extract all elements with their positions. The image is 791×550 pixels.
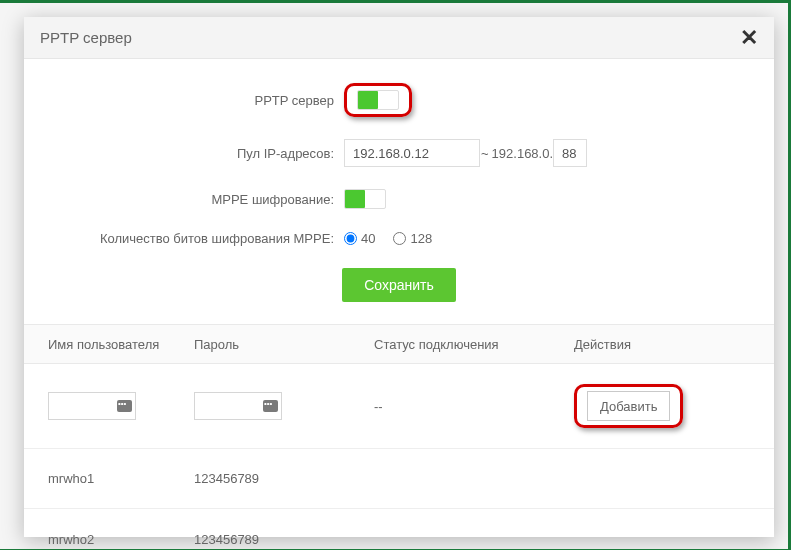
close-icon[interactable]: ✕	[740, 27, 758, 49]
row-pptp-server: PPTP сервер	[24, 83, 774, 117]
row-mppe: MPPE шифрование:	[24, 189, 774, 209]
cell-username: mrwho2	[24, 532, 194, 547]
new-password-input[interactable]	[194, 392, 282, 420]
ip-pool-static: 192.168.0.	[492, 146, 553, 161]
radio-40-label: 40	[361, 231, 375, 246]
cell-password: 123456789	[194, 471, 374, 486]
th-username: Имя пользователя	[24, 337, 194, 352]
radio-40-input[interactable]	[344, 232, 357, 245]
dialog-panel: PPTP сервер ✕ PPTP сервер Пул IP-адресов…	[24, 17, 774, 537]
mppe-bits-label: Количество битов шифрования MPPE:	[24, 231, 344, 246]
ip-pool-end-input[interactable]	[553, 139, 587, 167]
mppe-label: MPPE шифрование:	[24, 192, 344, 207]
cell-password: 123456789	[194, 532, 374, 547]
row-ip-pool: Пул IP-адресов: ~ 192.168.0.	[24, 139, 774, 167]
radio-128-label: 128	[410, 231, 432, 246]
ip-pool-tilde: ~	[481, 146, 489, 161]
save-button[interactable]: Сохранить	[342, 268, 456, 302]
pptp-toggle[interactable]	[357, 90, 399, 110]
cell-username: mrwho1	[24, 471, 194, 486]
radio-128[interactable]: 128	[393, 231, 432, 246]
highlight-add-button: Добавить	[574, 384, 683, 428]
th-password: Пароль	[194, 337, 374, 352]
keyboard-icon	[263, 400, 278, 412]
ip-pool-start-input[interactable]	[344, 139, 480, 167]
mppe-toggle[interactable]	[344, 189, 386, 209]
dialog-title: PPTP сервер	[40, 29, 132, 46]
dialog-header: PPTP сервер ✕	[24, 17, 774, 59]
keyboard-icon	[117, 400, 132, 412]
highlight-pptp-toggle	[344, 83, 412, 117]
row-mppe-bits: Количество битов шифрования MPPE: 40 128	[24, 231, 774, 246]
new-username-input[interactable]	[48, 392, 136, 420]
th-action: Действия	[574, 337, 754, 352]
pptp-label: PPTP сервер	[24, 93, 344, 108]
th-status: Статус подключения	[374, 337, 574, 352]
form-area: PPTP сервер Пул IP-адресов: ~ 192.168.0.…	[24, 59, 774, 302]
table-row: mrwho2 123456789	[24, 509, 774, 550]
users-table: Имя пользователя Пароль Статус подключен…	[24, 324, 774, 550]
table-header: Имя пользователя Пароль Статус подключен…	[24, 324, 774, 364]
table-row: mrwho1 123456789	[24, 449, 774, 509]
table-input-row: -- Добавить	[24, 364, 774, 449]
ip-pool-label: Пул IP-адресов:	[24, 146, 344, 161]
radio-128-input[interactable]	[393, 232, 406, 245]
add-button[interactable]: Добавить	[587, 391, 670, 421]
radio-40[interactable]: 40	[344, 231, 375, 246]
new-status-cell: --	[374, 399, 574, 414]
save-row: Сохранить	[24, 268, 774, 302]
